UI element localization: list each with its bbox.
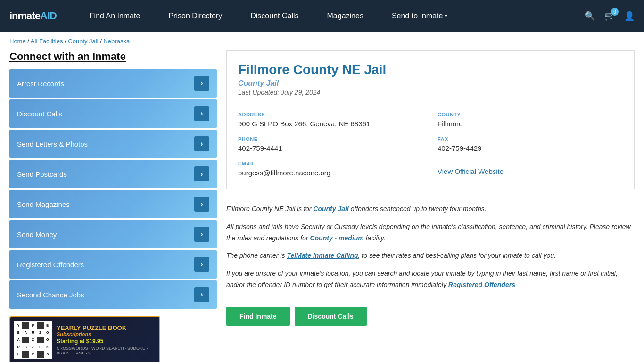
nav-discount-calls[interactable]: Discount Calls: [236, 0, 313, 32]
cart-badge: 0: [611, 8, 619, 16]
fax-group: FAX 402-759-4429: [438, 136, 623, 153]
email-label: EMAIL: [238, 161, 423, 166]
facility-card: Fillmore County NE Jail County Jail Last…: [226, 50, 635, 189]
facility-name: Fillmore County NE Jail: [238, 62, 623, 77]
sidebar-item-send-magazines[interactable]: Send Magazines ›: [9, 190, 217, 218]
nav-magazines[interactable]: Magazines: [313, 0, 378, 32]
sidebar-item-label: Send Money: [17, 230, 57, 239]
main-content: Fillmore County NE Jail County Jail Last…: [226, 50, 635, 362]
county-group: COUNTY Fillmore: [438, 112, 623, 129]
sidebar-item-send-money[interactable]: Send Money ›: [9, 220, 217, 248]
facility-description: Fillmore County NE Jail is for County Ja…: [226, 199, 635, 302]
sidebar-item-send-postcards[interactable]: Send Postcards ›: [9, 160, 217, 188]
website-group: View Official Website: [438, 161, 623, 178]
search-icon[interactable]: 🔍: [585, 11, 595, 21]
discount-calls-button[interactable]: Discount Calls: [295, 307, 367, 326]
facility-updated: Last Updated: July 29, 2024: [238, 89, 623, 96]
phone-label: PHONE: [238, 136, 423, 142]
sidebar-item-label: Second Chance Jobs: [17, 291, 84, 299]
sidebar-item-label: Send Magazines: [17, 200, 70, 208]
arrow-icon: ›: [194, 257, 209, 272]
breadcrumb-nebraska[interactable]: Nebraska: [103, 38, 130, 45]
registered-offenders-link[interactable]: Registered Offenders: [448, 281, 515, 288]
fax-label: FAX: [438, 136, 623, 142]
facility-type: County Jail: [238, 79, 623, 88]
county-value: Fillmore: [438, 119, 623, 129]
nav-find-inmate[interactable]: Find An Inmate: [75, 0, 155, 32]
sidebar-item-send-letters[interactable]: Send Letters & Photos ›: [9, 130, 217, 158]
sidebar-title: Connect with an Inmate: [9, 50, 217, 63]
county-jail-link[interactable]: County Jail: [313, 205, 348, 213]
sidebar-item-discount-calls[interactable]: Discount Calls ›: [9, 99, 217, 128]
action-buttons: Find Inmate Discount Calls: [226, 307, 635, 326]
breadcrumb-all-facilities[interactable]: All Facilities: [31, 38, 63, 45]
cart-icon[interactable]: 🛒 0: [604, 11, 615, 21]
logo[interactable]: inmateAID: [9, 10, 57, 22]
arrow-icon: ›: [194, 227, 209, 242]
sidebar-item-registered-offenders[interactable]: Registered Offenders ›: [9, 250, 217, 279]
desc-paragraph-3: The phone carrier is TelMate Inmate Call…: [226, 250, 635, 262]
arrow-icon: ›: [194, 136, 209, 151]
sidebar-item-arrest-records[interactable]: Arrest Records ›: [9, 69, 217, 98]
sidebar-item-second-chance-jobs[interactable]: Second Chance Jobs ›: [9, 280, 217, 309]
breadcrumb: Home / All Facilities / County Jail / Ne…: [0, 32, 644, 50]
fax-value: 402-759-4429: [438, 143, 623, 153]
address-value: 900 G St PO Box 266, Geneva, NE 68361: [238, 119, 423, 129]
arrow-icon: ›: [194, 166, 209, 181]
county-medium-link[interactable]: County - medium: [310, 234, 363, 242]
main-nav: Find An Inmate Prison Directory Discount…: [75, 0, 585, 32]
sidebar-item-label: Send Letters & Photos: [17, 140, 88, 148]
sidebar-item-label: Send Postcards: [17, 170, 67, 178]
ad-banner[interactable]: YPB EAUZO AZO RSZLK LZS Yearly Puzzle Bo…: [9, 316, 160, 362]
arrow-icon: ›: [194, 106, 209, 121]
find-inmate-button[interactable]: Find Inmate: [226, 307, 290, 326]
address-group: ADDRESS 900 G St PO Box 266, Geneva, NE …: [238, 112, 423, 129]
desc-paragraph-1: Fillmore County NE Jail is for County Ja…: [226, 204, 635, 215]
desc-paragraph-2: All prisons and jails have Security or C…: [226, 222, 635, 244]
logo-text: inmateAID: [9, 10, 57, 22]
sidebar-item-label: Arrest Records: [17, 80, 64, 88]
header: inmateAID Find An Inmate Prison Director…: [0, 0, 644, 32]
ad-subtitle: Subscriptions: [57, 331, 156, 337]
view-website-link[interactable]: View Official Website: [438, 167, 504, 175]
sidebar-item-label: Discount Calls: [17, 110, 62, 118]
telmate-link[interactable]: TelMate Inmate Calling: [287, 252, 358, 259]
sidebar-menu: Arrest Records › Discount Calls › Send L…: [9, 69, 217, 309]
user-icon[interactable]: 👤: [624, 11, 635, 21]
ad-features: CROSSWORDS · WORD SEARCH · SUDOKU · BRAI…: [57, 346, 156, 355]
arrow-icon: ›: [194, 287, 209, 302]
nav-send-to-inmate[interactable]: Send to Inmate: [378, 0, 462, 32]
sidebar-item-label: Registered Offenders: [17, 261, 84, 269]
header-icons: 🔍 🛒 0 👤: [585, 11, 635, 21]
desc-paragraph-4: If you are unsure of your inmate's locat…: [226, 268, 635, 291]
ad-text-block: Yearly Puzzle Book Subscriptions Startin…: [52, 324, 156, 356]
phone-value: 402-759-4441: [238, 143, 423, 153]
ad-price: Starting at $19.95: [57, 338, 156, 345]
sidebar: Connect with an Inmate Arrest Records › …: [9, 50, 217, 362]
breadcrumb-county-jail[interactable]: County Jail: [68, 38, 98, 45]
phone-group: PHONE 402-759-4441: [238, 136, 423, 153]
address-label: ADDRESS: [238, 112, 423, 117]
county-label: COUNTY: [438, 112, 623, 117]
ad-title: Yearly Puzzle Book: [57, 324, 156, 332]
arrow-icon: ›: [194, 197, 209, 212]
breadcrumb-home[interactable]: Home: [9, 38, 26, 45]
email-value: burgess@fillmore.nacone.org: [238, 168, 423, 178]
puzzle-graphic: YPB EAUZO AZO RSZLK LZS: [14, 321, 52, 359]
nav-prison-directory[interactable]: Prison Directory: [154, 0, 236, 32]
facility-details: ADDRESS 900 G St PO Box 266, Geneva, NE …: [238, 104, 623, 178]
arrow-icon: ›: [194, 76, 209, 91]
main-layout: Connect with an Inmate Arrest Records › …: [0, 50, 644, 362]
email-group: EMAIL burgess@fillmore.nacone.org: [238, 161, 423, 178]
